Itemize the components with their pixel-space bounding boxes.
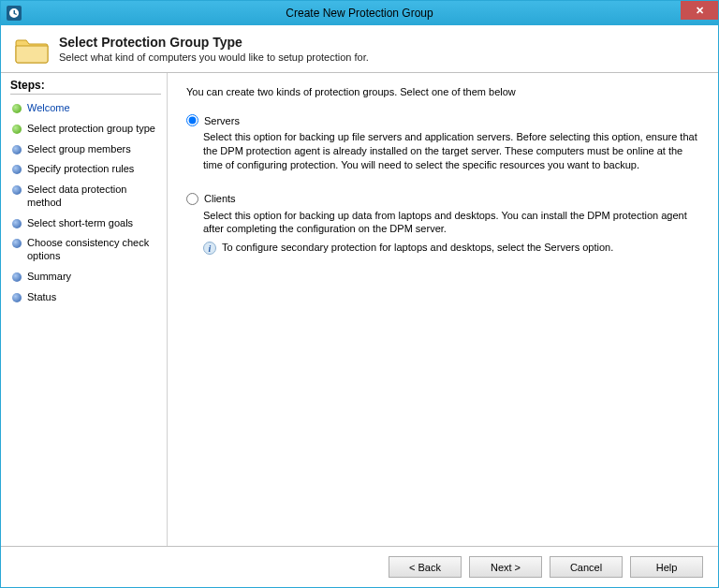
step-item[interactable]: Select short-term goals xyxy=(10,213,161,234)
window-title: Create New Protection Group xyxy=(1,7,718,20)
step-label: Choose consistency check options xyxy=(27,237,159,263)
step-bullet-icon xyxy=(12,293,22,302)
page-subtitle: Select what kind of computers you would … xyxy=(59,51,369,63)
option-servers-label: Servers xyxy=(204,115,240,126)
step-bullet-icon xyxy=(12,185,22,195)
wizard-window: Create New Protection Group ✕ Select Pro… xyxy=(0,0,719,588)
footer: < Back Next > Cancel Help xyxy=(1,546,718,587)
step-bullet-icon xyxy=(12,272,22,282)
step-bullet-icon xyxy=(12,145,22,154)
step-item[interactable]: Choose consistency check options xyxy=(10,233,161,267)
step-item[interactable]: Status xyxy=(10,287,161,308)
step-label: Select data protection method xyxy=(27,184,159,210)
step-label: Welcome xyxy=(27,102,70,115)
clients-info-text: To configure secondary protection for la… xyxy=(222,242,613,253)
folder-icon xyxy=(14,35,50,65)
back-button[interactable]: < Back xyxy=(389,556,462,578)
body-row: Steps: WelcomeSelect protection group ty… xyxy=(1,73,718,546)
step-bullet-icon xyxy=(12,125,22,134)
content-area: Select Protection Group Type Select what… xyxy=(1,25,718,587)
clients-info-row: i To configure secondary protection for … xyxy=(203,242,699,255)
step-item[interactable]: Specify protection rules xyxy=(10,159,161,180)
step-label: Summary xyxy=(27,271,71,284)
close-button[interactable]: ✕ xyxy=(681,1,718,20)
next-button[interactable]: Next > xyxy=(469,556,542,578)
titlebar: Create New Protection Group ✕ xyxy=(1,1,718,25)
intro-text: You can create two kinds of protection g… xyxy=(186,86,699,97)
step-label: Specify protection rules xyxy=(27,163,134,176)
steps-list: WelcomeSelect protection group typeSelec… xyxy=(10,98,161,307)
step-label: Status xyxy=(27,291,56,304)
step-label: Select group members xyxy=(27,143,131,156)
step-bullet-icon xyxy=(12,104,22,113)
step-item[interactable]: Welcome xyxy=(10,98,161,119)
option-clients[interactable]: Clients xyxy=(186,193,699,205)
main-panel: You can create two kinds of protection g… xyxy=(168,73,718,546)
step-item[interactable]: Summary xyxy=(10,267,161,287)
option-servers-desc: Select this option for backing up file s… xyxy=(203,130,699,172)
radio-clients[interactable] xyxy=(186,193,198,205)
step-item[interactable]: Select group members xyxy=(10,140,161,160)
info-icon: i xyxy=(203,242,216,255)
steps-header: Steps: xyxy=(10,79,161,95)
option-clients-label: Clients xyxy=(204,193,236,204)
close-icon: ✕ xyxy=(696,5,704,17)
page-title: Select Protection Group Type xyxy=(59,35,369,50)
option-clients-block: Clients Select this option for backing u… xyxy=(186,193,699,256)
option-clients-desc: Select this option for backing up data f… xyxy=(203,209,699,237)
step-label: Select short-term goals xyxy=(27,217,133,230)
step-bullet-icon xyxy=(12,219,22,228)
step-label: Select protection group type xyxy=(27,123,155,136)
option-servers-block: Servers Select this option for backing u… xyxy=(186,114,699,172)
radio-servers[interactable] xyxy=(186,114,198,126)
help-button[interactable]: Help xyxy=(630,556,703,578)
option-servers[interactable]: Servers xyxy=(186,114,699,126)
steps-panel: Steps: WelcomeSelect protection group ty… xyxy=(1,73,168,546)
step-item[interactable]: Select data protection method xyxy=(10,180,161,213)
cancel-button[interactable]: Cancel xyxy=(550,556,623,578)
page-header: Select Protection Group Type Select what… xyxy=(1,25,718,72)
step-bullet-icon xyxy=(12,165,22,174)
step-item[interactable]: Select protection group type xyxy=(10,119,161,140)
step-bullet-icon xyxy=(12,239,22,248)
